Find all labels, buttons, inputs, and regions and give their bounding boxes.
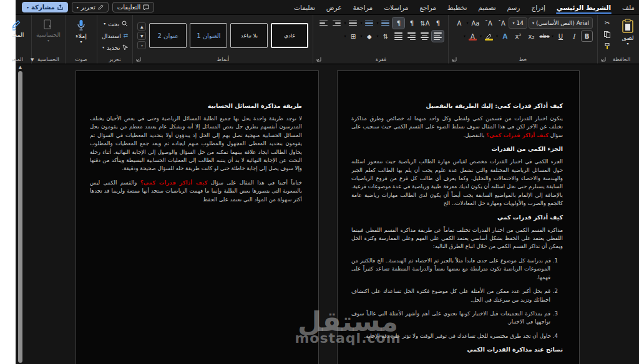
- sort-button[interactable]: A⇅: [406, 17, 418, 29]
- sensitivity-button[interactable]: الحساسية ▾: [24, 17, 48, 54]
- clipboard-dialog-launcher[interactable]: [588, 57, 593, 62]
- tab-help[interactable]: تعليمات: [276, 0, 308, 14]
- highlight-button[interactable]: [471, 31, 482, 42]
- editing-mode-button[interactable]: تحرير ▾: [59, 2, 96, 12]
- grow-font-button[interactable]: Aˆ: [483, 17, 495, 29]
- tab-insert[interactable]: إدراج: [513, 0, 538, 14]
- bold-button[interactable]: B: [568, 31, 580, 42]
- font-dialog-launcher[interactable]: [439, 57, 444, 62]
- cut-button[interactable]: ✂: [590, 17, 600, 27]
- styles-gallery-more-button[interactable]: ▿: [125, 41, 134, 49]
- align-left-icon: [395, 32, 403, 40]
- text-effects-button[interactable]: A: [487, 31, 499, 42]
- vertical-scrollbar[interactable]: ▲: [4, 65, 11, 364]
- decrease-indent-button[interactable]: [318, 17, 330, 29]
- show-marks-button[interactable]: ¶: [419, 17, 431, 29]
- style-heading1[interactable]: العنوان 1: [177, 23, 215, 48]
- doc-paragraph[interactable]: الجزء الكمي في اختبار القدرات مخصص لقياس…: [339, 158, 550, 208]
- chevron-down-icon: ▾: [484, 34, 485, 38]
- group-styles: عادي بلا تباعد العنوان 1 عنوان 2 ▲ ▼ ▿ أ…: [120, 15, 300, 64]
- style-normal[interactable]: عادي: [258, 23, 296, 48]
- tab-view[interactable]: عرض: [308, 0, 335, 14]
- tab-mailings[interactable]: مراسلات: [366, 0, 401, 14]
- rtl-direction-button[interactable]: ¶: [380, 17, 392, 29]
- tab-layout[interactable]: تخطيط: [429, 0, 460, 14]
- bullets-button[interactable]: [367, 17, 379, 29]
- list-item[interactable]: 1. قم بدراسة كل موضوع على حدى فابدأ مثلا…: [339, 257, 545, 282]
- justify-button[interactable]: [380, 31, 392, 42]
- align-right-button[interactable]: [419, 31, 431, 42]
- tab-draw[interactable]: رسم: [489, 0, 514, 14]
- title-bar: ملف الشريط الرئيسي إدراج رسم تصميم تخطيط…: [3, 0, 633, 15]
- underline-button[interactable]: U: [542, 31, 554, 42]
- tab-design[interactable]: تصميم: [460, 0, 489, 14]
- doc-heading[interactable]: نصائح عند مذاكرة القدرات الكمي: [339, 346, 550, 353]
- scrollbar-thumb[interactable]: [6, 71, 10, 363]
- select-button[interactable]: تحديد ▾: [89, 42, 115, 52]
- list-item[interactable]: 3. قم بمذاكرة التجميعات قبل الاختبار كون…: [339, 310, 545, 327]
- font-color-button[interactable]: A: [454, 31, 466, 42]
- numbered-list[interactable]: 1. قم بدراسة كل موضوع على حدى فابدأ مثلا…: [339, 257, 550, 340]
- editor-button[interactable]: المحرر: [0, 17, 14, 54]
- dictate-button[interactable]: إملاء ▾: [57, 17, 80, 54]
- shading-button[interactable]: ◆: [351, 31, 363, 42]
- clear-formatting-button[interactable]: A: [441, 17, 452, 29]
- font-name-select[interactable]: Arial (النص الأساسي) ▾: [516, 17, 580, 29]
- doc-title[interactable]: كيف أذاكر قدرات كمي: إليك الطريقة بالتفص…: [339, 102, 550, 109]
- line-spacing-button[interactable]: ⇅: [367, 31, 379, 42]
- doc-paragraph[interactable]: لا توجد طريقة واحدة يحل بها جميع الطلبة …: [77, 115, 290, 173]
- doc-paragraph[interactable]: ختاماً أجبنا في هذا المقال على سؤال كيف …: [77, 179, 290, 204]
- font-size-select[interactable]: 14 ▾: [496, 17, 514, 29]
- shrink-font-button[interactable]: Aˇ: [470, 17, 482, 29]
- styles-scroll-down-button[interactable]: ▼: [125, 32, 134, 40]
- replace-button[interactable]: ⇄ استبدال: [89, 31, 115, 41]
- tab-file[interactable]: ملف: [604, 0, 628, 14]
- doc-heading[interactable]: طريقة مذاكرة المسائل الحسابية: [77, 102, 290, 109]
- ribbon-tabs: ملف الشريط الرئيسي إدراج رسم تصميم تخطيط…: [276, 0, 633, 14]
- doc-heading[interactable]: الجزء الكمي من القدرات: [339, 145, 550, 152]
- chevron-down-icon: ▾: [520, 21, 522, 25]
- doc-paragraph[interactable]: يتكون اختبار القدرات من قسمين كمي ولفظي …: [339, 115, 550, 140]
- paragraph-dialog-launcher[interactable]: [303, 57, 309, 62]
- bullet-list-icon: [369, 21, 377, 26]
- red-keyword: كيف أذاكر قدرات كمي؟: [128, 180, 195, 186]
- copy-button[interactable]: [590, 29, 600, 39]
- document-page-2[interactable]: طريقة مذاكرة المسائل الحسابية لا توجد طر…: [63, 70, 306, 364]
- document-page-1[interactable]: كيف أذاكر قدرات كمي: إليك الطريقة بالتفص…: [324, 70, 567, 364]
- chevron-down-icon: ▾: [364, 21, 366, 25]
- chevron-down-icon: ▾: [331, 34, 333, 38]
- list-item[interactable]: 2. قم بحل أكبر عدد ممكن من الأمثلة على ك…: [339, 287, 545, 304]
- styles-dialog-launcher[interactable]: [123, 57, 129, 62]
- comments-button[interactable]: التعليقات: [100, 2, 142, 12]
- scroll-up-arrow[interactable]: ▲: [4, 65, 11, 70]
- doc-heading[interactable]: كيف أذاكر قدرات كمي: [339, 214, 550, 221]
- align-left-button[interactable]: [393, 31, 405, 42]
- list-item[interactable]: 4. حاول أن تجد طرق مختصرة للحل تساعدك في…: [339, 332, 545, 340]
- doc-paragraph[interactable]: مذاكرة القسم الكمي من اختبار القدرات تخت…: [339, 226, 550, 251]
- collapse-ribbon-chevron[interactable]: ▼: [18, 57, 21, 62]
- numbering-button[interactable]: [351, 17, 363, 29]
- find-button[interactable]: بحث ▾: [89, 19, 115, 29]
- group-paragraph: ¶ A⇅ ¶ ¶ ▾ ▾ ▾: [300, 15, 436, 64]
- styles-scroll-up-button[interactable]: ▲: [125, 22, 134, 31]
- italic-button[interactable]: I: [555, 31, 567, 42]
- tab-home[interactable]: الشريط الرئيسي: [539, 0, 604, 14]
- ltr-direction-button[interactable]: ¶: [393, 17, 405, 29]
- style-no-spacing[interactable]: بلا تباعد: [218, 23, 255, 48]
- align-center-button[interactable]: [406, 31, 418, 42]
- subscript-button[interactable]: x₂: [513, 31, 525, 42]
- multilevel-list-button[interactable]: [334, 17, 346, 29]
- increase-indent-button[interactable]: [305, 17, 317, 29]
- share-button[interactable]: مشاركة ▾: [9, 2, 56, 12]
- tab-review[interactable]: مراجعة: [335, 0, 366, 14]
- style-heading2[interactable]: عنوان 2: [137, 23, 174, 48]
- format-painter-button[interactable]: [590, 41, 600, 51]
- chevron-down-icon: ▾: [14, 6, 16, 9]
- tab-references[interactable]: مراجع: [401, 0, 429, 14]
- paste-button[interactable]: لصق ▾: [602, 17, 628, 54]
- chevron-down-icon: ▾: [64, 6, 66, 9]
- strikethrough-button[interactable]: abc: [526, 31, 538, 42]
- borders-button[interactable]: ⊞: [334, 31, 346, 42]
- change-case-button[interactable]: Aa: [457, 17, 469, 29]
- superscript-button[interactable]: x²: [500, 31, 512, 42]
